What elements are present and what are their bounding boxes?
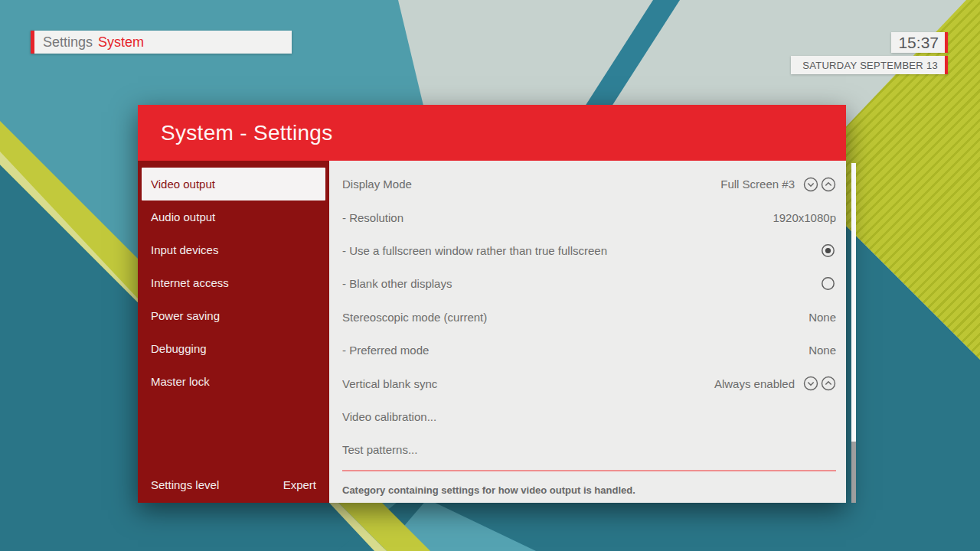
settings-row-preferred-mode[interactable]: - Preferred modeNone — [329, 334, 846, 367]
panel-scrollbar[interactable] — [851, 163, 856, 503]
setting-label: Video calibration... — [342, 410, 836, 423]
sidebar-item-input-devices[interactable]: Input devices — [138, 233, 329, 266]
radio-selected-icon[interactable] — [820, 243, 836, 259]
settings-row-video-calibration[interactable]: Video calibration... — [329, 400, 846, 433]
date-text: SATURDAY SEPTEMBER 13 — [802, 60, 938, 71]
spinner-controls — [801, 376, 836, 391]
breadcrumb: Settings System — [31, 31, 292, 54]
description-separator — [342, 470, 836, 471]
dialog-body: Video outputAudio outputInput devicesInt… — [138, 161, 846, 503]
sidebar-item-label: Video output — [151, 178, 215, 191]
settings-row-display-mode[interactable]: Display ModeFull Screen #3 — [329, 168, 846, 201]
setting-value: Full Screen #3 — [720, 178, 795, 191]
sidebar-item-internet-access[interactable]: Internet access — [138, 266, 329, 299]
sidebar-item-label: Master lock — [151, 375, 210, 388]
setting-label: - Blank other displays — [342, 277, 818, 290]
breadcrumb-subsection: System — [98, 34, 144, 51]
sidebar-item-label: Audio output — [151, 210, 215, 223]
setting-label: Test patterns... — [342, 443, 836, 456]
setting-label: Stereoscopic mode (current) — [342, 311, 801, 324]
chevron-up-icon[interactable] — [821, 376, 836, 391]
radio-unselected-icon[interactable] — [820, 276, 836, 292]
setting-value: None — [808, 311, 836, 324]
setting-value: Always enabled — [714, 377, 795, 390]
sidebar-menu: Video outputAudio outputInput devicesInt… — [138, 168, 329, 398]
setting-label: - Resolution — [342, 211, 765, 224]
sidebar-item-debugging[interactable]: Debugging — [138, 332, 329, 365]
breadcrumb-section: Settings — [43, 34, 93, 51]
settings-row-stereoscopic-mode-current[interactable]: Stereoscopic mode (current)None — [329, 301, 846, 334]
chevron-down-icon[interactable] — [803, 376, 818, 391]
clock-time: 15:37 — [898, 34, 939, 52]
sidebar-item-label: Input devices — [151, 243, 218, 256]
chevron-up-icon[interactable] — [821, 177, 836, 192]
sidebar-item-master-lock[interactable]: Master lock — [138, 365, 329, 398]
scrollbar-track[interactable] — [851, 163, 856, 442]
setting-label: Display Mode — [342, 178, 713, 191]
spinner-controls — [801, 177, 836, 192]
settings-level-value: Expert — [283, 478, 316, 491]
scrollbar-thumb[interactable] — [851, 442, 856, 503]
setting-label: - Use a fullscreen window rather than tr… — [342, 244, 818, 257]
sidebar-item-power-saving[interactable]: Power saving — [138, 299, 329, 332]
settings-dialog: System - Settings Video outputAudio outp… — [138, 105, 846, 503]
sidebar-item-label: Debugging — [151, 342, 207, 355]
settings-row-blank-other-displays[interactable]: - Blank other displays — [329, 267, 846, 300]
settings-level-label: Settings level — [151, 478, 219, 491]
clock: 15:37 — [891, 32, 948, 53]
settings-row-test-patterns[interactable]: Test patterns... — [329, 433, 846, 466]
setting-label: - Preferred mode — [342, 344, 801, 357]
sidebar-item-audio-output[interactable]: Audio output — [138, 201, 329, 233]
setting-value: 1920x1080p — [773, 211, 836, 224]
setting-value: None — [808, 344, 836, 357]
setting-label: Vertical blank sync — [342, 377, 707, 390]
sidebar: Video outputAudio outputInput devicesInt… — [138, 161, 329, 503]
sidebar-item-label: Internet access — [151, 276, 229, 289]
date: SATURDAY SEPTEMBER 13 — [791, 56, 948, 74]
sidebar-item-video-output[interactable]: Video output — [142, 168, 325, 201]
setting-description: Category containing settings for how vid… — [342, 478, 836, 503]
chevron-down-icon[interactable] — [803, 177, 818, 192]
sidebar-item-label: Power saving — [151, 309, 220, 322]
dialog-title: System - Settings — [161, 121, 333, 145]
settings-level-row[interactable]: Settings level Expert — [138, 467, 329, 503]
settings-row-use-a-fullscreen-window-rather-than-true-fullscreen[interactable]: - Use a fullscreen window rather than tr… — [329, 234, 846, 267]
settings-row-vertical-blank-sync[interactable]: Vertical blank syncAlways enabled — [329, 367, 846, 399]
settings-panel: Display ModeFull Screen #3- Resolution19… — [329, 161, 846, 503]
settings-rows: Display ModeFull Screen #3- Resolution19… — [329, 168, 846, 467]
dialog-header: System - Settings — [138, 105, 846, 161]
settings-row-resolution[interactable]: - Resolution1920x1080p — [329, 201, 846, 233]
